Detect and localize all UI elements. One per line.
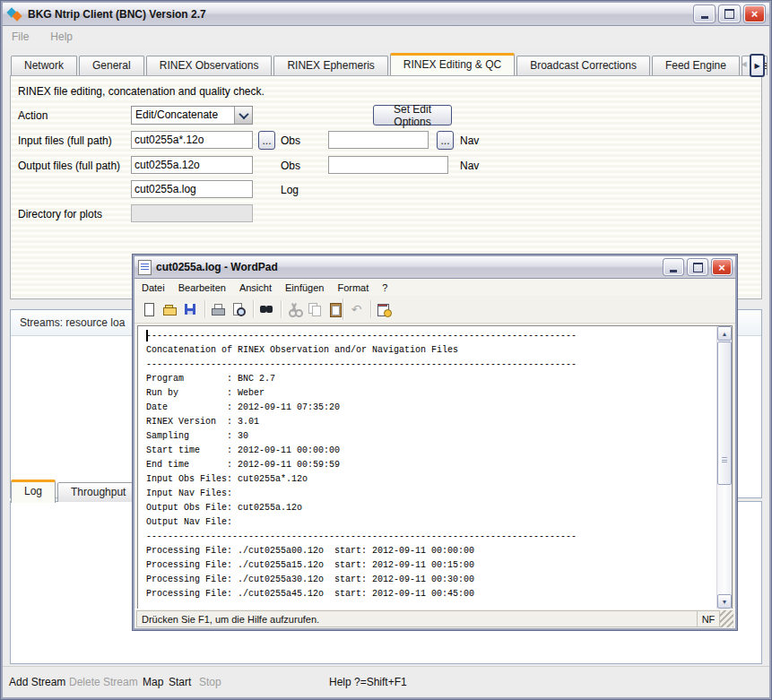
input-obs-browse-button[interactable]: ... xyxy=(258,131,275,150)
close-button[interactable]: × xyxy=(744,5,765,22)
log-line: Run by : Weber xyxy=(146,386,717,401)
paste-icon[interactable] xyxy=(328,302,343,317)
cut-icon xyxy=(287,302,302,317)
log-line: Processing File: ./cut0255a00.12o start:… xyxy=(146,544,717,558)
tab[interactable]: Feed Engine xyxy=(652,56,740,75)
bnc-titlebar: BKG Ntrip Client (BNC) Version 2.7 × xyxy=(3,3,769,26)
toolbar-separator xyxy=(281,300,282,318)
resize-grip[interactable] xyxy=(720,610,733,627)
maximize-button[interactable] xyxy=(719,5,740,22)
minimize-button[interactable] xyxy=(694,5,715,22)
arrow-right-icon[interactable]: ▶ xyxy=(750,54,765,77)
log-line: ----------------------------------------… xyxy=(146,329,717,343)
log-line: Processing File: ./cut0255a45.12o start:… xyxy=(146,587,717,601)
date-time-icon[interactable] xyxy=(377,302,392,317)
close-button[interactable]: × xyxy=(712,259,732,275)
menu-item[interactable]: Format xyxy=(337,282,369,293)
combobox-dropdown-button[interactable] xyxy=(234,107,252,124)
set-edit-options-button[interactable]: Set Edit Options xyxy=(373,105,452,125)
maximize-icon xyxy=(693,263,703,272)
input-nav-browse-button[interactable]: ... xyxy=(437,131,454,150)
action-combobox[interactable]: Edit/Concatenate xyxy=(131,106,253,125)
arrow-left-icon[interactable]: ◀ xyxy=(738,54,750,73)
wordpad-window-title: cut0255a.log - WordPad xyxy=(156,261,659,273)
find-icon[interactable] xyxy=(259,302,274,317)
log-label: Log xyxy=(281,184,299,196)
help-hint: Help ?=Shift+F1 xyxy=(329,667,407,697)
bnc-app-icon xyxy=(7,7,23,22)
numlock-indicator: NF xyxy=(697,610,720,627)
scrollbar-grip xyxy=(722,457,727,462)
toolbar-separator xyxy=(370,300,372,318)
tab[interactable]: Throughput xyxy=(57,482,139,502)
minimize-icon xyxy=(701,16,708,19)
chevron-down-icon xyxy=(239,108,248,118)
new-document-icon[interactable] xyxy=(142,302,157,317)
wordpad-menubar: DateiBearbeitenAnsichtEinfügenFormat? xyxy=(134,279,735,297)
action-label: Action xyxy=(18,109,48,122)
input-obs-field[interactable] xyxy=(131,131,253,149)
menu-item[interactable]: Ansicht xyxy=(239,282,272,293)
add-stream-action[interactable]: Add Stream xyxy=(9,667,65,697)
obs-label: Obs xyxy=(281,160,300,172)
maximize-button[interactable] xyxy=(688,259,707,275)
delete-stream-action: Delete Stream xyxy=(69,667,138,697)
tab[interactable]: RINEX Observations xyxy=(146,56,273,75)
log-line: Processing File: ./cut0255a15.12o start:… xyxy=(146,558,717,573)
log-throughput-tabbar: LogThroughput xyxy=(11,477,141,502)
log-line: Input Nav Files: xyxy=(146,487,717,501)
print-icon[interactable] xyxy=(211,302,226,317)
bnc-tabbar: NetworkGeneralRINEX ObservationsRINEX Ep… xyxy=(3,52,769,75)
log-line: ----------------------------------------… xyxy=(146,530,717,544)
menu-item[interactable]: Bearbeiten xyxy=(178,282,226,293)
print-preview-icon[interactable] xyxy=(231,302,247,317)
output-log-field[interactable] xyxy=(131,180,253,198)
output-obs-field[interactable] xyxy=(131,156,253,174)
nav-label: Nav xyxy=(460,160,479,172)
menu-item[interactable]: ? xyxy=(382,282,387,293)
output-nav-field[interactable] xyxy=(328,156,448,174)
log-line: Output Obs File: cut0255a.12o xyxy=(146,501,717,515)
menu-item[interactable]: File xyxy=(12,30,29,43)
log-line: Input Obs Files: cut0255a*.12o xyxy=(146,472,717,487)
tab[interactable]: RINEX Ephemeris xyxy=(273,56,387,75)
tab[interactable]: Log xyxy=(11,480,56,503)
obs-label: Obs xyxy=(281,134,300,147)
log-line: Program : BNC 2.7 xyxy=(146,372,717,386)
tab[interactable]: RINEX Editing & QC xyxy=(390,53,515,75)
input-nav-field[interactable] xyxy=(328,131,429,149)
tab[interactable]: Broadcast Corrections xyxy=(516,56,650,75)
log-line: Date : 2012-09-11 07:35:20 xyxy=(146,401,717,415)
wordpad-document-area[interactable]: ----------------------------------------… xyxy=(137,325,733,609)
vertical-scrollbar[interactable]: ▲ ▼ xyxy=(716,326,732,609)
log-line: End time : 2012-09-11 00:59:59 xyxy=(146,458,717,472)
close-icon: × xyxy=(751,7,759,21)
action-combobox-value: Edit/Concatenate xyxy=(132,107,234,124)
map-action[interactable]: Map xyxy=(143,667,163,697)
toolbar-separator xyxy=(253,300,255,318)
toolbar-separator xyxy=(204,300,206,318)
scroll-up-icon[interactable]: ▲ xyxy=(717,326,732,341)
scrollbar-thumb[interactable] xyxy=(717,341,732,485)
menu-item[interactable]: Datei xyxy=(142,282,165,293)
minimize-button[interactable] xyxy=(664,259,683,275)
output-files-label: Output files (full path) xyxy=(18,160,120,172)
save-icon[interactable] xyxy=(183,302,198,317)
wordpad-statusbar: Drücken Sie F1, um die Hilfe aufzurufen.… xyxy=(134,609,735,628)
toolbar-band-divider xyxy=(343,298,344,320)
wordpad-window: cut0255a.log - WordPad × DateiBearbeiten… xyxy=(132,254,738,631)
start-action[interactable]: Start xyxy=(169,667,191,697)
bnc-action-toolbar: Add Stream Delete Stream Map Start Stop … xyxy=(3,666,769,697)
menu-item[interactable]: Help xyxy=(50,30,73,43)
log-line: ----------------------------------------… xyxy=(146,358,717,372)
maximize-icon xyxy=(724,9,734,19)
bnc-menubar: FileHelp xyxy=(3,26,769,48)
log-line: Start time : 2012-09-11 00:00:00 xyxy=(146,444,717,458)
scroll-down-icon[interactable]: ▼ xyxy=(717,594,732,609)
tab[interactable]: Network xyxy=(11,56,77,75)
menu-item[interactable]: Einfügen xyxy=(285,282,324,293)
log-line: Output Nav File: xyxy=(146,515,717,530)
tab[interactable]: General xyxy=(79,56,144,75)
log-line: Concatenation of RINEX Observation and/o… xyxy=(146,343,717,358)
open-icon[interactable] xyxy=(162,302,178,317)
